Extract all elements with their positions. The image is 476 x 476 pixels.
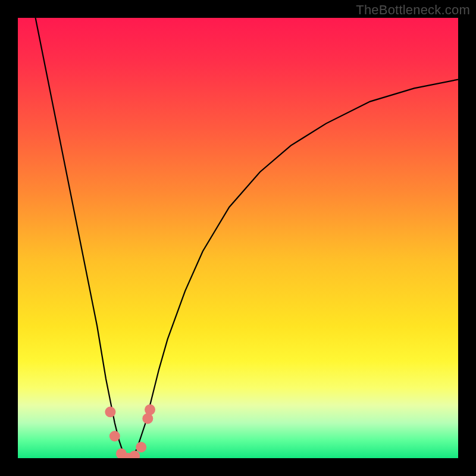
curve-marker (145, 405, 155, 415)
bottleneck-curve-layer (18, 18, 458, 458)
bottleneck-curve (36, 18, 458, 458)
curve-marker (109, 431, 120, 441)
curve-marker (129, 450, 140, 458)
watermark-text: TheBottleneck.com (356, 2, 470, 18)
curve-markers (105, 405, 155, 458)
curve-marker (105, 406, 115, 417)
chart-plot-area (18, 18, 458, 458)
curve-marker (136, 442, 146, 453)
outer-frame: TheBottleneck.com (0, 0, 476, 476)
